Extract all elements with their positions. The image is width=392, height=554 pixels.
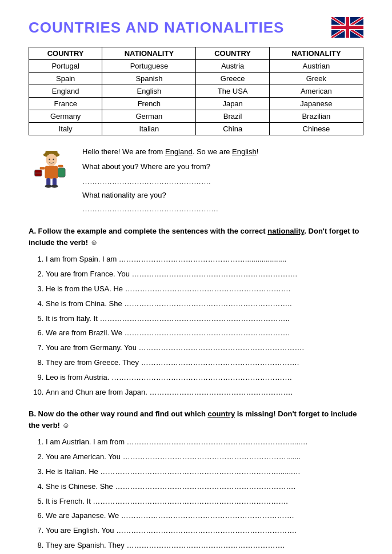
table-cell: China: [196, 123, 269, 135]
list-item: It is French. It ………………………………………………………………: [46, 496, 363, 508]
svg-point-9: [45, 184, 51, 187]
section-a: A. Follow the example and complete the s…: [29, 226, 363, 398]
list-item: You are American. You …………………………………………………: [46, 451, 363, 463]
list-item: We are from Brazil. We ………………………………………………: [46, 327, 363, 339]
list-item: We are Japanese. We ………………………………………………………: [46, 510, 363, 522]
svg-rect-13: [58, 168, 65, 177]
list-item: She is from China. She ………………………………………………: [46, 298, 363, 310]
table-cell: Brazil: [196, 110, 269, 123]
person-figure: [29, 146, 74, 191]
section-b: B. Now do the other way round and find o…: [29, 408, 363, 554]
list-item: It is from Italy. It ……………………………………………………: [46, 313, 363, 325]
list-item: You are from Germany. You ………………………………………: [46, 342, 363, 354]
table-cell: American: [269, 85, 363, 98]
svg-rect-6: [58, 165, 63, 167]
table-row: SpainSpanishGreeceGreek: [29, 73, 363, 85]
page-title: COUNTRIES AND NATIONALITIES: [29, 19, 284, 37]
list-item: Leo is from Austria. ……………………………………………………: [46, 372, 363, 384]
table-cell: Germany: [29, 110, 102, 123]
list-item: I am from Spain. I am …………………………………………….…: [46, 254, 363, 266]
svg-rect-4: [45, 166, 58, 179]
table-cell: Brazilian: [269, 110, 363, 123]
table-cell: England: [29, 85, 102, 98]
section-b-list: I am Austrian. I am from …………………………………………: [29, 436, 363, 554]
table-cell: The USA: [196, 85, 269, 98]
dialogue-text: Hello there! We are from England. So we …: [82, 146, 363, 215]
countries-nationalities-table: COUNTRY NATIONALITY COUNTRY NATIONALITY …: [29, 47, 363, 135]
dialogue-section: Hello there! We are from England. So we …: [29, 146, 363, 215]
svg-rect-5: [39, 167, 45, 169]
table-cell: Italian: [102, 123, 196, 135]
dialogue-line3: …………………………………………….: [82, 175, 363, 188]
list-item: I am Austrian. I am from …………………………………………: [46, 436, 363, 448]
table-cell: English: [102, 85, 196, 98]
page-header: COUNTRIES AND NATIONALITIES: [29, 17, 363, 38]
section-a-instruction: A. Follow the example and complete the s…: [29, 226, 363, 248]
table-cell: Greece: [196, 73, 269, 85]
dialogue-nationality: English: [232, 147, 257, 156]
table-cell: Austria: [196, 60, 269, 73]
col-header-country2: COUNTRY: [196, 47, 269, 60]
table-row: EnglandEnglishThe USAAmerican: [29, 85, 363, 98]
list-item: You are from France. You …………………………………………: [46, 268, 363, 280]
table-cell: Italy: [29, 123, 102, 135]
table-row: FranceFrenchJapanJapanese: [29, 98, 363, 110]
list-item: He is Italian. He ……………………………………………………………: [46, 466, 363, 478]
dialogue-line5: ……………………………………………….: [82, 203, 363, 215]
svg-point-3: [46, 154, 57, 166]
section-b-instruction: B. Now do the other way round and find o…: [29, 408, 363, 431]
svg-point-15: [53, 159, 54, 160]
uk-flag-icon: [331, 17, 363, 38]
dialogue-line4: What nationality are you?: [82, 189, 363, 202]
table-cell: Spanish: [102, 73, 196, 85]
table-cell: Japan: [196, 98, 269, 110]
col-header-nationality2: NATIONALITY: [269, 47, 363, 60]
list-item: He is from the USA. He ………………………………………………: [46, 283, 363, 295]
col-header-nationality1: NATIONALITY: [102, 47, 196, 60]
table-cell: Portuguese: [102, 60, 196, 73]
svg-point-14: [49, 159, 50, 160]
list-item: They are from Greece. They ……………………………………: [46, 357, 363, 369]
section-a-list: I am from Spain. I am …………………………………………….…: [29, 254, 363, 398]
table-cell: Portugal: [29, 60, 102, 73]
traveler-icon: [30, 146, 73, 191]
table-cell: Japanese: [269, 98, 363, 110]
table-cell: Austrian: [269, 60, 363, 73]
table-row: GermanyGermanBrazilBrazilian: [29, 110, 363, 123]
table-cell: Spain: [29, 73, 102, 85]
list-item: Ann and Chun are from Japan. ………………………………: [46, 387, 363, 399]
table-row: ItalyItalianChinaChinese: [29, 123, 363, 135]
list-item: You are English. You ……………………………………………………: [46, 525, 363, 537]
list-item: She is Chinese. She ………………………………………………………: [46, 481, 363, 493]
svg-point-10: [51, 184, 58, 187]
dialogue-line2: What about you? Where are you from?: [82, 160, 363, 173]
col-header-country1: COUNTRY: [29, 47, 102, 60]
list-item: They are Spanish. They ………………………………………………: [46, 540, 363, 552]
table-cell: Greek: [269, 73, 363, 85]
dialogue-place: England: [165, 147, 193, 156]
table-cell: France: [29, 98, 102, 110]
table-row: PortugalPortugueseAustriaAustrian: [29, 60, 363, 73]
table-cell: German: [102, 110, 196, 123]
table-cell: French: [102, 98, 196, 110]
table-cell: Chinese: [269, 123, 363, 135]
dialogue-line1: Hello there! We are from England. So we …: [82, 146, 363, 158]
